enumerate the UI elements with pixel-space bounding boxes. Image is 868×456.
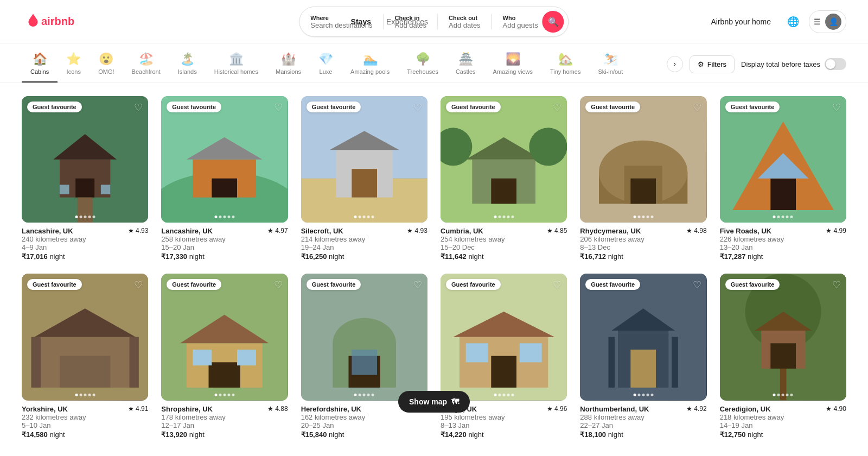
display-total-toggle[interactable] — [825, 58, 846, 70]
category-item-icons[interactable]: ⭐ Icons — [58, 52, 90, 83]
listing-card-6[interactable]: Guest favourite ♡ Five Roads, UK ★ 4.99 … — [720, 96, 846, 261]
listing-image-10: Guest favourite ♡ — [441, 274, 567, 400]
logo[interactable]: airbnb — [22, 11, 74, 32]
category-icon-icons: ⭐ — [66, 52, 81, 66]
listing-card-10[interactable]: Guest favourite ♡ Powys, UK ★ 4.96 195 k… — [441, 274, 567, 438]
wishlist-button-8[interactable]: ♡ — [274, 279, 283, 291]
dot — [777, 394, 780, 396]
dot — [79, 394, 82, 396]
category-icon-pools: 🏊 — [363, 52, 378, 66]
svg-rect-31 — [770, 179, 796, 210]
category-item-mansions[interactable]: 🏰 Mansions — [267, 52, 310, 83]
svg-rect-44 — [237, 350, 256, 365]
wishlist-button-10[interactable]: ♡ — [553, 279, 561, 291]
dot — [502, 216, 505, 218]
search-button[interactable]: 🔍 — [542, 11, 564, 33]
dot — [363, 394, 366, 396]
wishlist-button-9[interactable]: ♡ — [413, 279, 422, 291]
show-map-button[interactable]: Show map 🗺 — [398, 391, 470, 413]
dot — [650, 216, 653, 218]
dot — [773, 216, 776, 218]
listing-image-1: Guest favourite ♡ — [22, 96, 148, 223]
category-item-tiny[interactable]: 🏡 Tiny homes — [541, 52, 589, 83]
category-icon-views: 🌄 — [506, 52, 520, 66]
image-dots-6 — [773, 216, 793, 218]
category-item-historical[interactable]: 🏛️ Historical homes — [206, 52, 267, 83]
listing-location-5: Rhydcymerau, UK — [580, 227, 641, 235]
category-item-pools[interactable]: 🏊 Amazing pools — [342, 52, 398, 83]
category-item-ski[interactable]: ⛷️ Ski-in/out — [589, 52, 631, 83]
category-icon-treehouses: 🌳 — [416, 52, 430, 66]
listing-card-11[interactable]: Guest favourite ♡ Northumberland, UK ★ 4… — [580, 274, 706, 438]
where-label: Where — [310, 15, 372, 21]
listing-info-3: Silecroft, UK ★ 4.93 214 kilometres away… — [301, 223, 427, 261]
who-section[interactable]: Who Add guests — [492, 7, 542, 36]
listing-price-11: ₹18,100 night — [580, 430, 706, 439]
wishlist-button-7[interactable]: ♡ — [134, 279, 143, 291]
category-item-treehouses[interactable]: 🌳 Treehouses — [398, 52, 447, 83]
filters-button[interactable]: ⚙ Filters — [690, 55, 735, 73]
category-nav-arrow[interactable]: › — [667, 56, 683, 72]
category-item-views[interactable]: 🌄 Amazing views — [484, 52, 541, 83]
category-icon-ski: ⛷️ — [603, 52, 618, 66]
dot — [637, 394, 640, 396]
guest-favourite-badge: Guest favourite — [585, 279, 640, 290]
category-label-historical: Historical homes — [214, 68, 258, 75]
listing-card-5[interactable]: Guest favourite ♡ Rhydcymerau, UK ★ 4.98… — [580, 96, 706, 261]
listing-card-12[interactable]: Guest favourite ♡ Ceredigion, UK ★ 4.90 … — [720, 274, 846, 438]
wishlist-button-11[interactable]: ♡ — [693, 279, 701, 291]
svg-rect-49 — [352, 350, 377, 375]
listing-image-11: Guest favourite ♡ — [580, 274, 706, 400]
checkout-section[interactable]: Check out Add dates — [438, 7, 492, 36]
checkin-section[interactable]: Check in Add dates — [384, 7, 438, 36]
listing-card-4[interactable]: Guest favourite ♡ Cumbria, UK ★ 4.85 254… — [441, 96, 567, 261]
listing-rating-2: ★ 4.97 — [267, 227, 288, 235]
category-icon-mansions: 🏰 — [281, 52, 296, 66]
wishlist-button-1[interactable]: ♡ — [134, 102, 143, 113]
globe-icon: 🌐 — [787, 16, 799, 27]
user-icon: 👤 — [829, 17, 838, 26]
dot — [359, 394, 361, 396]
dot — [219, 216, 221, 218]
listing-dates-7: 5–10 Jan — [22, 421, 148, 429]
category-item-luxe[interactable]: 💎 Luxe — [310, 52, 342, 83]
listing-card-1[interactable]: Guest favourite ♡ Lancashire, UK ★ 4.93 … — [22, 96, 148, 261]
dot — [511, 394, 514, 396]
listing-card-8[interactable]: Guest favourite ♡ Shropshire, UK ★ 4.88 … — [161, 274, 288, 438]
svg-rect-43 — [193, 350, 212, 365]
airbnb-your-home-button[interactable]: Airbnb your home — [704, 13, 777, 30]
listing-location-4: Cumbria, UK — [441, 227, 483, 235]
svg-rect-59 — [631, 350, 656, 388]
category-item-cabins[interactable]: 🏠 Cabins — [22, 52, 58, 83]
listing-card-9[interactable]: Guest favourite ♡ Herefordshire, UK ★ 4.… — [301, 274, 427, 438]
map-icon: 🗺 — [451, 397, 459, 406]
listing-card-7[interactable]: Guest favourite ♡ Yorkshire, UK ★ 4.91 2… — [22, 274, 148, 438]
user-menu[interactable]: ☰ 👤 — [809, 10, 846, 33]
globe-button[interactable]: 🌐 — [784, 12, 802, 31]
guest-favourite-badge: Guest favourite — [27, 279, 82, 290]
dot — [642, 394, 644, 396]
wishlist-button-3[interactable]: ♡ — [413, 102, 422, 113]
listing-title-row: Northumberland, UK ★ 4.92 — [580, 405, 706, 413]
dot — [507, 216, 509, 218]
wishlist-button-6[interactable]: ♡ — [832, 102, 841, 113]
wishlist-button-5[interactable]: ♡ — [693, 102, 701, 113]
where-section[interactable]: Where Search destinations — [299, 7, 383, 36]
listing-price-5: ₹16,712 night — [580, 252, 706, 261]
wishlist-button-12[interactable]: ♡ — [832, 279, 841, 291]
category-item-castles[interactable]: 🏯 Castles — [447, 52, 484, 83]
dot — [214, 216, 217, 218]
filters-label: Filters — [707, 60, 726, 68]
category-item-islands[interactable]: 🏝️ Islands — [169, 52, 206, 83]
svg-rect-16 — [352, 169, 377, 197]
listing-dates-9: 20–25 Jan — [301, 421, 427, 429]
listing-card-3[interactable]: Guest favourite ♡ Silecroft, UK ★ 4.93 2… — [301, 96, 427, 261]
wishlist-button-4[interactable]: ♡ — [553, 102, 561, 113]
wishlist-button-2[interactable]: ♡ — [274, 102, 283, 113]
listing-card-2[interactable]: Guest favourite ♡ Lancashire, UK ★ 4.97 … — [161, 96, 288, 261]
listing-image-9: Guest favourite ♡ — [301, 274, 427, 400]
category-item-omg[interactable]: 😮 OMG! — [90, 52, 123, 83]
guest-favourite-badge: Guest favourite — [27, 102, 82, 112]
category-item-beachfront[interactable]: 🏖️ Beachfront — [123, 52, 169, 83]
listing-distance-8: 178 kilometres away — [161, 413, 288, 421]
